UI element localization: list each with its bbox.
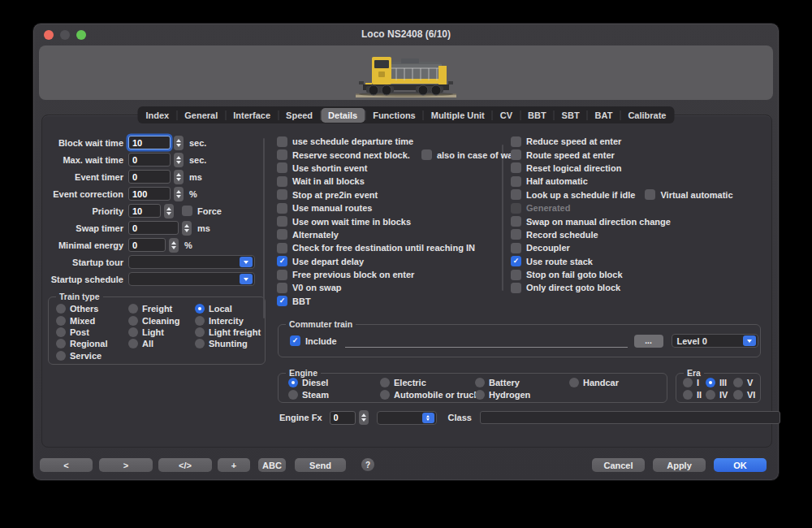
radio-era-iv[interactable] — [706, 390, 715, 400]
only-direct-goto-block-checkbox[interactable] — [511, 283, 521, 293]
half-automatic-checkbox[interactable] — [511, 176, 521, 187]
startup-tour-dropdown[interactable] — [128, 255, 255, 269]
send-button[interactable]: Send — [295, 458, 346, 472]
tab-details[interactable]: Details — [321, 108, 365, 123]
code-button[interactable]: </> — [158, 458, 212, 472]
also-in-case-of-wait-checkbox[interactable] — [421, 149, 432, 160]
chevron-down-icon[interactable] — [240, 274, 253, 284]
block-wait-time-input[interactable] — [128, 136, 171, 149]
radio-era-v[interactable] — [733, 378, 743, 387]
reduce-speed-at-enter-checkbox[interactable] — [511, 136, 521, 147]
stop-on-fail-goto-block-checkbox[interactable] — [511, 270, 521, 280]
radio-mixed[interactable] — [56, 316, 66, 326]
radio-diesel[interactable] — [288, 378, 298, 387]
radio-era-vi[interactable] — [733, 390, 743, 400]
tab-general[interactable]: General — [177, 108, 225, 123]
radio-light-freight[interactable] — [195, 327, 205, 337]
use-manual-routes-checkbox[interactable] — [277, 203, 287, 214]
zoom-window-button[interactable] — [76, 30, 86, 40]
stepper-control[interactable] — [182, 221, 192, 236]
radio-steam[interactable] — [288, 390, 298, 400]
commuter-path-input[interactable] — [345, 335, 628, 348]
radio-hydrogen[interactable] — [475, 390, 485, 400]
class-input[interactable] — [480, 411, 780, 424]
tab-interface[interactable]: Interface — [226, 108, 278, 123]
force-checkbox[interactable] — [182, 206, 192, 216]
apply-button[interactable]: Apply — [653, 458, 706, 472]
max-wait-time-input[interactable] — [128, 153, 171, 167]
ok-button[interactable]: OK — [714, 458, 767, 472]
engine-fx-combobox[interactable] — [377, 411, 437, 425]
use-schedule-departure-time-checkbox[interactable] — [277, 136, 287, 147]
tab-cv[interactable]: CV — [493, 108, 520, 123]
priority-input[interactable] — [128, 204, 161, 218]
look-up-schedule-if-idle-checkbox[interactable] — [511, 189, 521, 200]
decoupler-checkbox[interactable] — [511, 243, 521, 253]
tab-bat[interactable]: BAT — [588, 108, 620, 123]
alternately-checkbox[interactable] — [277, 229, 287, 240]
radio-electric[interactable] — [380, 378, 390, 387]
minimize-window-button[interactable] — [60, 30, 70, 40]
browse-button[interactable]: ... — [634, 335, 663, 348]
add-button[interactable]: + — [218, 458, 250, 472]
chevron-down-icon[interactable] — [240, 257, 253, 267]
radio-local[interactable] — [195, 304, 205, 314]
use-route-stack-checkbox[interactable] — [511, 256, 521, 266]
bbt-checkbox[interactable] — [277, 296, 287, 306]
stepper-control[interactable] — [174, 170, 184, 184]
next-button[interactable]: > — [99, 458, 153, 472]
reserve-second-next-block-checkbox[interactable] — [277, 149, 287, 160]
use-depart-delay-checkbox[interactable] — [277, 256, 287, 266]
stepper-control[interactable] — [174, 136, 184, 150]
radio-era-ii[interactable] — [683, 390, 693, 400]
event-timer-input[interactable] — [128, 170, 171, 184]
reset-logical-direction-checkbox[interactable] — [511, 162, 521, 173]
stepper-control[interactable] — [359, 410, 369, 425]
tab-functions[interactable]: Functions — [365, 108, 423, 123]
radio-automobile-or-truck[interactable] — [380, 390, 390, 400]
tab-multiple-unit[interactable]: Multiple Unit — [424, 108, 492, 123]
stepper-control[interactable] — [164, 204, 174, 219]
engine-fx-input[interactable] — [330, 411, 356, 425]
wait-in-all-blocks-checkbox[interactable] — [277, 176, 287, 187]
use-shortin-event-checkbox[interactable] — [277, 162, 287, 173]
level-dropdown[interactable]: Level 0 — [672, 334, 758, 348]
radio-service[interactable] — [56, 351, 66, 361]
tab-index[interactable]: Index — [139, 108, 177, 123]
prev-button[interactable]: < — [40, 458, 93, 472]
radio-post[interactable] — [56, 327, 66, 337]
include-checkbox[interactable] — [290, 335, 300, 346]
stepper-control[interactable] — [174, 153, 184, 167]
radio-freight[interactable] — [128, 304, 138, 314]
radio-era-iii[interactable] — [706, 378, 715, 387]
use-own-wait-time-checkbox[interactable] — [277, 216, 287, 227]
radio-light[interactable] — [128, 327, 138, 337]
radio-shunting[interactable] — [195, 339, 205, 348]
radio-regional[interactable] — [56, 339, 66, 348]
record-schedule-checkbox[interactable] — [511, 229, 521, 240]
minimal-energy-input[interactable] — [128, 238, 166, 252]
up-down-chevron-icon[interactable] — [422, 413, 434, 423]
v0-on-swap-checkbox[interactable] — [277, 283, 287, 293]
radio-cleaning[interactable] — [128, 316, 138, 326]
tab-sbt[interactable]: SBT — [555, 108, 587, 123]
swap-on-manual-direction-change-checkbox[interactable] — [511, 216, 521, 227]
tab-bbt[interactable]: BBT — [520, 108, 554, 123]
cancel-button[interactable]: Cancel — [592, 458, 645, 472]
startup-schedule-dropdown[interactable] — [128, 272, 255, 286]
check-free-destination-checkbox[interactable] — [277, 243, 287, 253]
radio-handcar[interactable] — [569, 378, 579, 387]
help-button[interactable]: ? — [361, 458, 374, 471]
close-window-button[interactable] — [44, 30, 54, 40]
virtual-automatic-checkbox[interactable] — [645, 189, 655, 200]
radio-all[interactable] — [128, 339, 138, 348]
abc-button[interactable]: ABC — [258, 458, 286, 472]
radio-battery[interactable] — [475, 378, 485, 387]
tab-calibrate[interactable]: Calibrate — [620, 108, 673, 123]
radio-intercity[interactable] — [195, 316, 205, 326]
chevron-down-icon[interactable] — [743, 335, 756, 346]
radio-era-i[interactable] — [683, 378, 693, 387]
tab-speed[interactable]: Speed — [279, 108, 320, 123]
stop-at-pre2in-event-checkbox[interactable] — [277, 189, 287, 200]
radio-others[interactable] — [56, 304, 66, 314]
